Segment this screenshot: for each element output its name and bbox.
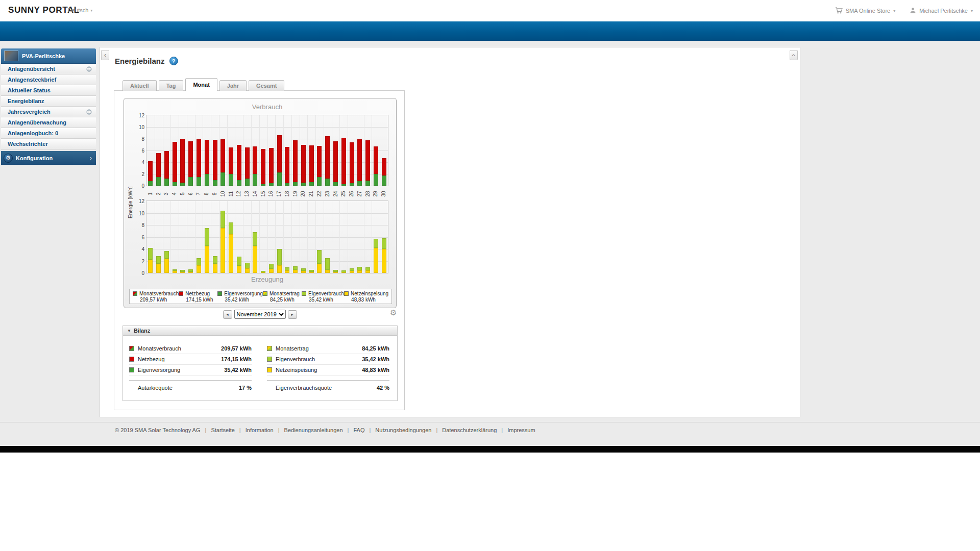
user-menu[interactable]: Michael Perlitschke ▾ (910, 7, 973, 15)
bar-segment-netzbezug (173, 142, 177, 182)
footer-link-impressum[interactable]: Impressum (507, 427, 535, 433)
gridline (275, 115, 276, 186)
bar-segment-netzeinspeisung (253, 246, 257, 273)
sidebar-item-anlagenlogbuch-0[interactable]: Anlagenlogbuch: 0 (1, 128, 96, 139)
bar-segment-eigenversorgung (293, 182, 298, 186)
bar-segment-netzeinspeisung (180, 272, 185, 273)
gridline (170, 115, 171, 186)
plant-header[interactable]: PVA-Perlitschke (1, 48, 96, 64)
sidebar-item-konfiguration[interactable]: ⚙ Konfiguration › (1, 151, 96, 165)
footer-separator: | (205, 427, 207, 433)
bar-segment-netzbezug (148, 161, 153, 181)
footer-link-nutzungsbedingungen[interactable]: Nutzungsbedingungen (375, 427, 431, 433)
bar-segment-netzeinspeisung (285, 270, 289, 273)
legend-chip (133, 291, 137, 296)
legend-entry-netzbezug: Netzbezug174,15 kWh (179, 291, 217, 303)
footer-link-information[interactable]: Information (246, 427, 274, 433)
bar-segment-eigenversorgung (277, 172, 282, 186)
gridline (179, 115, 179, 186)
legend-label: Netzeinspeisung (351, 291, 388, 296)
next-month-button[interactable]: ► (288, 310, 297, 319)
bilanz-row-eigenversorgung: Eigenversorgung35,42 kWh (129, 365, 252, 375)
language-selector[interactable]: Deutsch ▾ (68, 7, 92, 13)
bar-segment-netzbezug (213, 140, 217, 180)
legend-label: Eigenversorgung (224, 291, 263, 296)
content-panel: ‹ ‹ Energiebilanz ? AktuellTagMonatJahrG… (100, 47, 800, 417)
bar-segment-eigenversorgung (156, 177, 161, 186)
y-tick-label: 10 (134, 211, 144, 216)
header-actions: SMA Online Store ▾ Michael Perlitschke ▾ (835, 0, 973, 21)
tab-jahr[interactable]: Jahr (219, 80, 247, 91)
gridline (163, 115, 163, 186)
bar-segment-netzbezug (269, 148, 274, 183)
chart-settings-gear-icon[interactable]: ⚙ (390, 308, 397, 317)
tab-gesamt[interactable]: Gesamt (249, 80, 284, 91)
y-tick-label: 0 (134, 270, 144, 276)
bar-segment-eigenversorgung (197, 177, 201, 186)
bilanz-right-column: Monatsertrag84,25 kWhEigenverbrauch35,42… (267, 343, 389, 393)
footer: © 2019 SMA Solar Technology AG|Startseit… (0, 422, 980, 446)
generation-chart: 024681012 (146, 201, 388, 273)
bilanz-chip (267, 346, 272, 351)
y-tick-label: 12 (134, 198, 144, 204)
footer-separator: | (369, 427, 371, 433)
gridline (283, 201, 284, 273)
bilanz-value: 35,42 kWh (224, 367, 252, 373)
legend-entry-monatsertrag: Monatsertrag84,25 kWh (263, 291, 302, 303)
sidebar-item-jahresvergleich[interactable]: Jahresvergleich (1, 107, 96, 117)
collapse-sidebar-button[interactable]: ‹ (101, 50, 109, 60)
collapse-panel-button[interactable]: ‹ (790, 50, 798, 60)
sidebar-item-aktueller-status[interactable]: Aktueller Status (1, 85, 96, 96)
online-store-link[interactable]: SMA Online Store ▾ (835, 7, 895, 15)
bar-segment-netzeinspeisung (357, 270, 362, 273)
gridline (291, 201, 292, 273)
sidebar-item-anlagensteckbrief[interactable]: Anlagensteckbrief (1, 74, 96, 85)
footer-link-startseite[interactable]: Startseite (211, 427, 234, 433)
bar-segment-netzbezug (341, 138, 346, 184)
gridline (372, 201, 372, 273)
gridline (300, 201, 300, 273)
bar-segment-eigenverbrauch (188, 269, 193, 272)
bar-segment-netzeinspeisung (341, 272, 346, 273)
sidebar-item-anlagen-bersicht[interactable]: Anlagenübersicht (1, 64, 96, 74)
bilanz-label: Monatsverbrauch (138, 345, 217, 352)
bar-segment-eigenverbrauch (164, 251, 169, 259)
gridline (332, 115, 332, 186)
tab-monat[interactable]: Monat (185, 78, 217, 91)
bilanz-chip (267, 357, 272, 362)
gridline (235, 201, 235, 273)
bilanz-value: 174,15 kWh (221, 356, 252, 362)
bilanz-value: 209,57 kWh (221, 345, 252, 352)
gridline (364, 115, 364, 186)
sidebar-item-wechselrichter[interactable]: Wechselrichter (1, 139, 96, 149)
gridline (315, 115, 316, 186)
gridline (211, 115, 211, 186)
footer-link-faq[interactable]: FAQ (353, 427, 364, 433)
bar-segment-netzbezug (237, 145, 241, 180)
tab-aktuell[interactable]: Aktuell (122, 80, 157, 91)
page-title: Energiebilanz (115, 57, 165, 65)
sidebar-item-anlagen-berwachung[interactable]: Anlagenüberwachung (1, 117, 96, 128)
bar-segment-netzeinspeisung (269, 269, 274, 273)
bilanz-label: Monatsertrag (276, 345, 358, 352)
sidebar-item-energiebilanz[interactable]: Energiebilanz (1, 96, 96, 107)
footer-link-datenschutzerkl-rung[interactable]: Datenschutzerklärung (442, 427, 497, 433)
bar-segment-netzeinspeisung (173, 271, 177, 273)
bar-segment-netzeinspeisung (333, 272, 338, 273)
gridline (356, 115, 356, 186)
tab-tag[interactable]: Tag (159, 80, 184, 91)
legend-chip (344, 291, 349, 296)
legend-value: 35,42 kWh (302, 297, 344, 303)
bilanz-chip (129, 346, 134, 351)
bar-segment-eigenverbrauch (156, 256, 161, 264)
bar-segment-netzbezug (261, 149, 265, 184)
gridline (307, 115, 308, 186)
bilanz-header[interactable]: ▼ Bilanz (123, 326, 397, 336)
legend-chip (302, 291, 306, 296)
previous-month-button[interactable]: ◄ (223, 310, 232, 319)
month-select[interactable]: November 2019 (234, 310, 286, 319)
title-row: Energiebilanz ? (115, 57, 178, 65)
help-icon[interactable]: ? (169, 57, 178, 65)
bar-segment-netzeinspeisung (148, 260, 153, 273)
footer-link-bedienungsanleitungen[interactable]: Bedienungsanleitungen (284, 427, 343, 433)
